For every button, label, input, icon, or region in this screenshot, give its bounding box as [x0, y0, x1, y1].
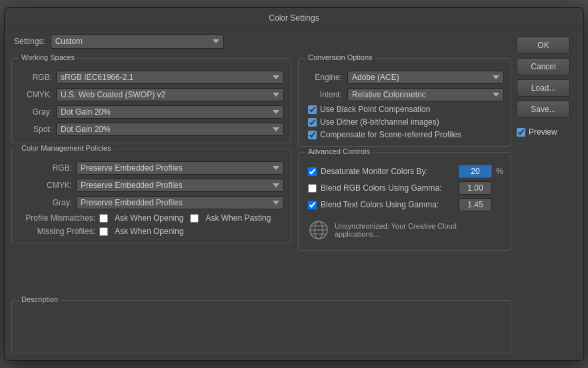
- advanced-title: Advanced Controls: [305, 147, 373, 155]
- scene-referred-label: Compensate for Scene-referred Profiles: [320, 130, 461, 139]
- intent-select[interactable]: Relative Colorimetric: [347, 88, 504, 101]
- desaturate-label: Desaturate Monitor Colors By:: [321, 167, 455, 176]
- ask-pasting-mismatch-checkbox[interactable]: [190, 214, 199, 223]
- dialog-title: Color Settings: [5, 8, 583, 27]
- title-text: Color Settings: [269, 13, 319, 23]
- blend-text-checkbox[interactable]: [308, 201, 317, 209]
- desaturate-unit: %: [496, 167, 504, 176]
- advanced-group: Advanced Controls Desaturate Monitor Col…: [298, 152, 511, 251]
- ask-pasting-mismatch[interactable]: Ask When Pasting: [190, 213, 271, 223]
- dither-checkbox[interactable]: [308, 118, 317, 127]
- ask-opening-mismatch-checkbox[interactable]: [99, 214, 108, 223]
- ok-button[interactable]: OK: [517, 37, 570, 54]
- blend-rgb-input[interactable]: [459, 181, 492, 195]
- desaturate-input[interactable]: [459, 165, 492, 178]
- ask-opening-mismatch-label: Ask When Opening: [115, 213, 183, 223]
- cancel-button[interactable]: Cancel: [517, 58, 570, 75]
- rgb-ws-label: RGB:: [19, 73, 52, 82]
- preview-label: Preview: [529, 127, 557, 137]
- conversion-group: Conversion Options Engine: Adobe (ACE) I…: [298, 58, 511, 147]
- settings-label: Settings:: [14, 37, 45, 46]
- description-box: Description: [11, 300, 511, 353]
- scene-referred-checkbox[interactable]: [308, 131, 317, 139]
- blend-text-label: Blend Text Colors Using Gamma:: [321, 200, 455, 209]
- engine-label: Engine:: [305, 73, 342, 82]
- ask-pasting-label: Ask When Pasting: [205, 213, 271, 223]
- description-title: Description: [19, 295, 61, 303]
- blend-rgb-checkbox[interactable]: [308, 184, 317, 193]
- rgb-cmp-label: RGB:: [19, 163, 72, 173]
- ask-opening-mismatch[interactable]: Ask When Opening: [99, 213, 183, 223]
- spot-ws-select[interactable]: Dot Gain 20%: [56, 123, 284, 136]
- blend-rgb-label: Blend RGB Colors Using Gamma:: [321, 183, 455, 193]
- gray-ws-label: Gray:: [19, 107, 52, 117]
- gray-cmp-select[interactable]: Preserve Embedded Profiles: [76, 196, 284, 209]
- engine-select[interactable]: Adobe (ACE): [347, 71, 504, 84]
- globe-icon: [308, 219, 329, 241]
- ask-opening-missing-label: Ask When Opening: [115, 227, 183, 236]
- dither-label: Use Dither (8-bit/channel images): [320, 117, 439, 127]
- ask-opening-missing[interactable]: Ask When Opening: [99, 227, 183, 236]
- ask-opening-missing-checkbox[interactable]: [99, 227, 108, 236]
- preview-checkbox[interactable]: [517, 128, 525, 137]
- working-spaces-group: Working Spaces RGB: sRGB IEC61966-2.1 CM…: [11, 58, 291, 143]
- desaturate-checkbox[interactable]: [308, 167, 317, 176]
- unsync-text: Unsynchronized: Your Creative Cloud appl…: [335, 222, 501, 238]
- conversion-title: Conversion Options: [305, 53, 375, 61]
- cmyk-ws-select[interactable]: U.S. Web Coated (SWOP) v2: [56, 88, 284, 101]
- black-point-checkbox[interactable]: [308, 105, 317, 114]
- cmyk-cmp-label: CMYK:: [19, 181, 72, 190]
- rgb-cmp-select[interactable]: Preserve Embedded Profiles: [76, 161, 284, 175]
- gray-cmp-label: Gray:: [19, 198, 72, 207]
- intent-label: Intent:: [305, 90, 342, 99]
- rgb-ws-select[interactable]: sRGB IEC61966-2.1: [56, 71, 284, 84]
- load-button[interactable]: Load...: [517, 79, 570, 97]
- missing-label: Missing Profiles:: [19, 227, 95, 236]
- mismatches-label: Profile Mismatches:: [19, 213, 95, 223]
- blend-text-input[interactable]: [459, 198, 492, 211]
- working-spaces-title: Working Spaces: [19, 53, 77, 61]
- gray-ws-select[interactable]: Dot Gain 20%: [56, 105, 284, 119]
- color-management-group: Color Management Policies RGB: Preserve …: [11, 149, 291, 243]
- preview-row: Preview: [517, 127, 577, 137]
- cmyk-cmp-select[interactable]: Preserve Embedded Profiles: [76, 179, 284, 192]
- color-settings-dialog: Color Settings Settings: Custom Working …: [4, 7, 584, 361]
- sidebar-buttons: OK Cancel Load... Save... Preview: [517, 34, 577, 353]
- spot-ws-label: Spot:: [19, 125, 52, 134]
- cmp-title: Color Management Policies: [19, 144, 114, 152]
- black-point-label: Use Black Point Compensation: [320, 105, 430, 114]
- save-button[interactable]: Save...: [517, 101, 570, 118]
- unsync-row: Unsynchronized: Your Creative Cloud appl…: [305, 217, 504, 243]
- cmyk-ws-label: CMYK:: [19, 90, 52, 99]
- settings-select[interactable]: Custom: [51, 34, 224, 49]
